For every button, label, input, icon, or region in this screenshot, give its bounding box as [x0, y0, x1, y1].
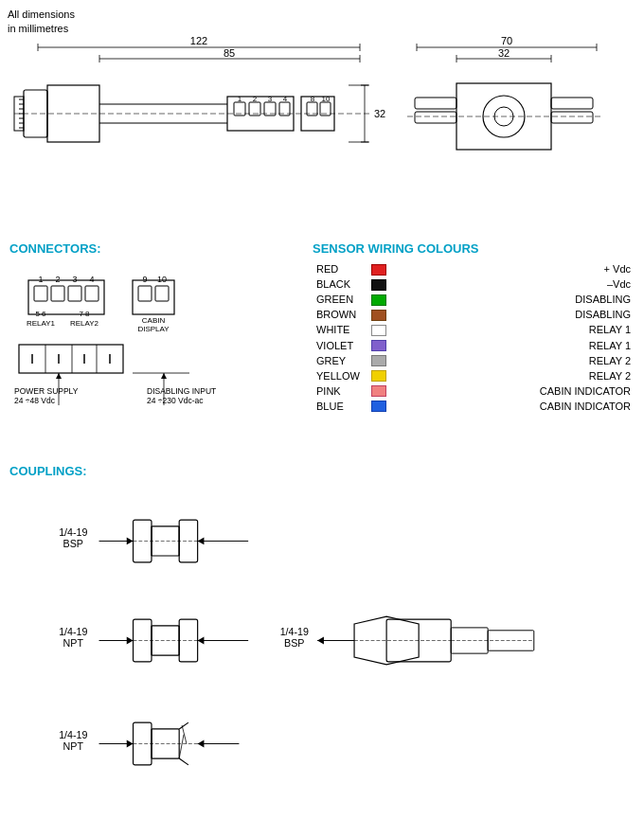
- svg-rect-58: [34, 286, 47, 301]
- wire-swatch: [371, 340, 386, 351]
- svg-rect-126: [488, 631, 534, 650]
- wiring-row: BLUECABIN INDICATOR: [313, 399, 635, 414]
- wire-swatch-cell: [367, 307, 418, 322]
- wire-swatch: [371, 264, 386, 276]
- svg-text:RELAY2: RELAY2: [70, 319, 99, 328]
- wire-description: RELAY 1: [418, 322, 635, 337]
- svg-text:1/4-19: 1/4-19: [59, 729, 87, 740]
- wiring-title: SENSOR WIRING COLOURS: [313, 241, 635, 256]
- svg-rect-77: [19, 345, 123, 373]
- svg-text:DISABLING INPUT: DISABLING INPUT: [147, 386, 216, 396]
- svg-text:1: 1: [238, 95, 242, 103]
- couplings-section: COUPLINGS: 1/4-19 BSP 1/4-19 NPT: [9, 464, 635, 830]
- wire-color-name: WHITE: [313, 322, 367, 337]
- wiring-row: PINKCABIN INDICATOR: [313, 383, 635, 399]
- svg-text:122: 122: [190, 35, 207, 46]
- wire-color-name: RED: [313, 261, 367, 276]
- wire-swatch-cell: [367, 383, 418, 399]
- wire-description: RELAY 2: [418, 353, 635, 368]
- svg-rect-68: [155, 286, 169, 301]
- wire-color-name: YELLOW: [313, 368, 367, 383]
- wire-description: DISABLING: [418, 307, 635, 322]
- svg-text:1/4-19: 1/4-19: [59, 626, 87, 637]
- svg-line-134: [179, 722, 188, 729]
- wire-color-name: BLUE: [313, 399, 367, 414]
- wire-swatch-cell: [367, 337, 418, 352]
- wire-color-name: GREY: [313, 353, 367, 368]
- svg-text:1/4-19: 1/4-19: [280, 626, 309, 637]
- wiring-table: RED+ VdcBLACK–VdcGREENDISABLINGBROWNDISA…: [313, 261, 635, 414]
- svg-text:3: 3: [268, 95, 273, 103]
- couplings-title: COUPLINGS:: [9, 464, 635, 478]
- svg-marker-92: [161, 373, 167, 379]
- wire-swatch-cell: [367, 399, 418, 414]
- wiring-row: RED+ Vdc: [313, 261, 635, 276]
- wiring-row: BLACK–Vdc: [313, 276, 635, 292]
- svg-text:4: 4: [283, 95, 288, 103]
- svg-marker-121: [317, 637, 324, 645]
- wire-swatch-cell: [367, 368, 418, 383]
- wire-swatch-cell: [367, 322, 418, 337]
- svg-rect-59: [51, 286, 64, 301]
- wire-swatch: [371, 310, 386, 321]
- svg-rect-55: [551, 112, 593, 123]
- svg-text:POWER SUPPLY: POWER SUPPLY: [14, 386, 79, 396]
- svg-text:10: 10: [322, 95, 331, 103]
- wire-description: CABIN INDICATOR: [418, 383, 635, 399]
- svg-text:4: 4: [89, 275, 94, 284]
- wire-swatch: [371, 370, 386, 382]
- wire-color-name: PINK: [313, 383, 367, 399]
- svg-text:32: 32: [374, 108, 385, 119]
- svg-rect-60: [68, 286, 81, 301]
- wire-description: DISABLING: [418, 292, 635, 307]
- svg-text:8: 8: [311, 95, 315, 103]
- svg-rect-53: [415, 112, 456, 123]
- svg-rect-61: [85, 286, 98, 301]
- svg-rect-67: [138, 286, 152, 301]
- wire-color-name: GREEN: [313, 292, 367, 307]
- wire-swatch: [371, 385, 386, 397]
- svg-rect-54: [551, 98, 593, 109]
- page: All dimensions in millimetres 122 85: [0, 0, 644, 837]
- svg-text:BSP: BSP: [63, 538, 83, 549]
- wire-description: RELAY 1: [418, 337, 635, 352]
- svg-text:24 ÷230 Vdc-ac: 24 ÷230 Vdc-ac: [147, 396, 204, 405]
- dimension-section: 122 85 1: [9, 28, 616, 227]
- svg-text:24 ÷48 Vdc: 24 ÷48 Vdc: [14, 396, 56, 405]
- svg-text:DISPLAY: DISPLAY: [137, 325, 170, 333]
- connectors-title: CONNECTORS:: [9, 241, 294, 256]
- svg-rect-66: [133, 280, 174, 314]
- wiring-row: GREYRELAY 2: [313, 353, 635, 368]
- svg-text:9: 9: [142, 275, 147, 284]
- svg-text:85: 85: [224, 47, 235, 59]
- svg-text:1: 1: [38, 275, 43, 284]
- svg-marker-105: [198, 538, 205, 545]
- svg-text:RELAY1: RELAY1: [27, 319, 56, 328]
- svg-marker-131: [127, 740, 134, 748]
- svg-marker-117: [198, 637, 205, 645]
- wire-color-name: VIOLET: [313, 337, 367, 352]
- svg-text:NPT: NPT: [63, 637, 84, 649]
- wiring-section: SENSOR WIRING COLOURS RED+ VdcBLACK–VdcG…: [313, 241, 635, 414]
- wiring-row: WHITERELAY 1: [313, 322, 635, 337]
- wire-swatch-cell: [367, 292, 418, 307]
- wiring-row: GREENDISABLING: [313, 292, 635, 307]
- svg-text:3: 3: [72, 275, 77, 284]
- wire-swatch-cell: [367, 276, 418, 292]
- wire-color-name: BLACK: [313, 276, 367, 292]
- svg-text:7  8: 7 8: [79, 310, 90, 318]
- svg-rect-52: [415, 98, 456, 109]
- svg-text:32: 32: [498, 47, 510, 59]
- svg-marker-88: [56, 373, 62, 379]
- connectors-section: CONNECTORS: 1 2 3 4 9 10 RELAY1 RELAY2 C…: [9, 241, 294, 434]
- svg-line-135: [179, 758, 188, 765]
- wire-swatch: [371, 325, 386, 336]
- wire-swatch: [371, 355, 386, 366]
- svg-marker-97: [127, 538, 134, 545]
- wire-color-name: BROWN: [313, 307, 367, 322]
- svg-text:2: 2: [253, 95, 258, 103]
- wire-description: RELAY 2: [418, 368, 635, 383]
- svg-text:NPT: NPT: [63, 740, 84, 752]
- wiring-row: VIOLETRELAY 1: [313, 337, 635, 352]
- dim-label-line1: All dimensions: [8, 8, 75, 22]
